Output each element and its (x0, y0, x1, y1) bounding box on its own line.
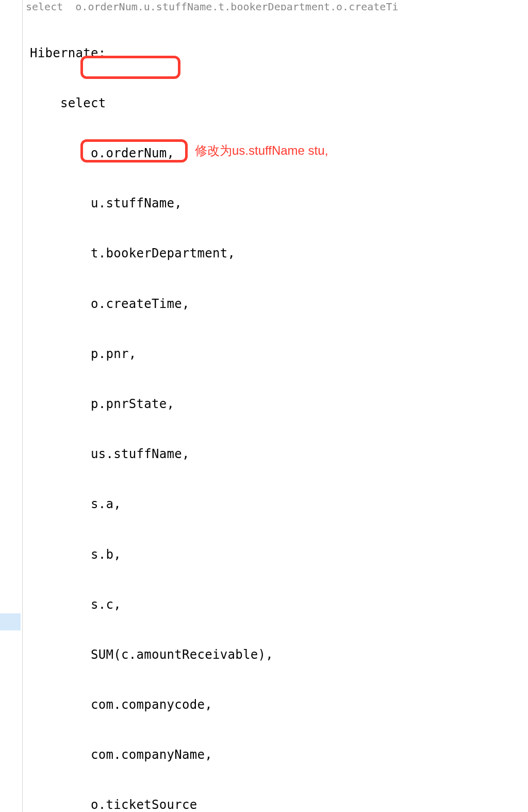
code-line: us.stuffName, (30, 446, 528, 462)
code-line: com.companycode, (30, 696, 528, 713)
code-line: com.companyName, (30, 746, 528, 763)
code-line: SUM(c.amountReceivable), (30, 646, 528, 663)
code-line: p.pnr, (30, 346, 528, 362)
code-line: p.pnrState, (30, 396, 528, 412)
code-line: o.ticketSource (30, 797, 528, 812)
code-line: u.stuffName, (30, 195, 528, 212)
annotation-text: 修改为us.stuffName stu, (195, 142, 328, 159)
code-line: select (30, 95, 528, 111)
code-line: Hibernate: (30, 45, 528, 61)
code-line: s.c, (30, 596, 528, 613)
gutter-current-line (0, 613, 21, 630)
code-line: t.bookerDepartment, (30, 245, 528, 262)
editor-gutter (0, 0, 23, 812)
code-line: s.b, (30, 546, 528, 563)
code-content[interactable]: Hibernate: select o.orderNum, u.stuffNam… (26, 10, 528, 812)
code-line: o.createTime, (30, 296, 528, 312)
code-editor: select o.orderNum,u.stuffName,t.bookerDe… (0, 0, 528, 812)
truncated-line-top: select o.orderNum,u.stuffName,t.bookerDe… (26, 0, 528, 10)
code-line: s.a, (30, 496, 528, 512)
